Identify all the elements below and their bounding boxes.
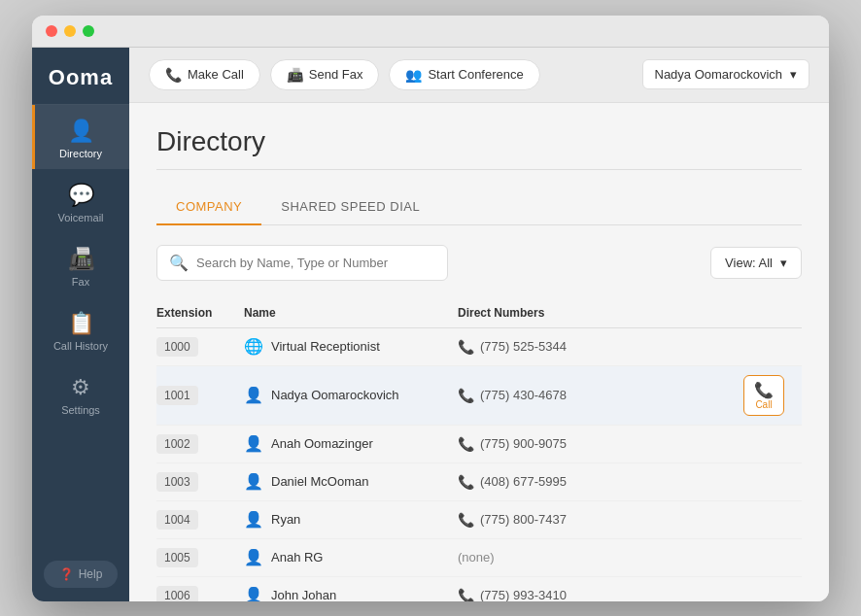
cell-action	[743, 327, 802, 365]
cell-extension: 1002	[156, 425, 244, 462]
sidebar-label-voicemail: Voicemail	[57, 212, 103, 223]
sidebar-label-settings: Settings	[61, 404, 100, 416]
app-window: Ooma 👤 Directory 💬 Voicemail 📠 Fax 📋 Cal…	[32, 16, 829, 601]
logo-text: Ooma	[49, 65, 113, 90]
sidebar-item-fax[interactable]: 📠 Fax	[32, 233, 129, 297]
search-box[interactable]: 🔍	[156, 245, 448, 281]
person-icon: 👤	[244, 472, 263, 491]
search-filter-row: 🔍 View: All ▾	[156, 245, 802, 281]
table-row: 1003👤Daniel McOoman📞(408) 677-5995	[156, 462, 802, 500]
send-fax-button[interactable]: 📠 Send Fax	[270, 59, 380, 90]
cell-name: 👤Daniel McOoman	[244, 462, 458, 500]
ext-badge: 1000	[156, 337, 198, 357]
call-button[interactable]: 📞Call	[743, 375, 784, 416]
toolbar-left: 📞 Make Call 📠 Send Fax 👥 Start Conferenc…	[149, 59, 540, 90]
make-call-icon: 📞	[165, 67, 182, 83]
user-name: Nadya Oomarockovich	[655, 67, 783, 82]
sidebar-label-fax: Fax	[72, 276, 89, 288]
cell-extension: 1006	[156, 576, 244, 601]
view-label: View: All	[725, 256, 773, 270]
minimize-dot[interactable]	[64, 25, 76, 37]
table-row: 1000🌐Virtual Receptionist📞(775) 525-5344	[156, 327, 802, 365]
phone-number: (775) 525-5344	[480, 339, 567, 354]
cell-extension: 1004	[156, 500, 244, 538]
cell-phone: 📞(775) 900-9075	[458, 425, 743, 462]
send-fax-label: Send Fax	[309, 67, 363, 82]
cell-extension: 1000	[156, 327, 244, 365]
cell-phone: 📞(775) 525-5344	[458, 327, 743, 365]
col-header-direct-numbers: Direct Numbers	[458, 298, 743, 328]
start-conference-button[interactable]: 👥 Start Conference	[389, 59, 539, 90]
toolbar: 📞 Make Call 📠 Send Fax 👥 Start Conferenc…	[129, 48, 829, 103]
maximize-dot[interactable]	[83, 25, 94, 37]
table-header: Extension Name Direct Numbers	[156, 298, 802, 328]
divider	[156, 169, 802, 170]
user-dropdown[interactable]: Nadya Oomarockovich ▾	[642, 59, 810, 89]
phone-number: (775) 430-4678	[480, 388, 567, 402]
call-btn-label: Call	[755, 399, 772, 410]
fax-icon: 📠	[68, 247, 94, 272]
person-name: Anah RG	[271, 550, 323, 565]
phone-icon: 📞	[458, 339, 474, 355]
ext-badge: 1005	[156, 548, 198, 567]
ext-badge: 1002	[156, 434, 198, 454]
person-name: Ryan	[271, 512, 300, 527]
ext-badge: 1006	[156, 586, 198, 601]
cell-extension: 1001	[156, 365, 244, 425]
phone-icon: 📞	[458, 436, 474, 452]
make-call-label: Make Call	[188, 67, 244, 82]
help-label: Help	[79, 567, 103, 581]
sidebar-label-directory: Directory	[59, 148, 102, 159]
voicemail-icon: 💬	[68, 183, 94, 208]
cell-action	[743, 425, 802, 462]
cell-name: 👤John Johan	[244, 576, 458, 601]
cell-action	[743, 538, 802, 576]
person-icon: 👤	[244, 510, 263, 529]
cell-phone: 📞(775) 430-4678	[458, 365, 743, 425]
person-name: Nadya Oomarockovich	[271, 388, 399, 402]
dropdown-chevron-icon: ▾	[790, 67, 797, 82]
app-container: Ooma 👤 Directory 💬 Voicemail 📠 Fax 📋 Cal…	[32, 48, 829, 601]
phone-number: (775) 800-7437	[480, 512, 567, 527]
table-row: 1004👤Ryan📞(775) 800-7437	[156, 500, 802, 538]
directory-table: Extension Name Direct Numbers 1000🌐Virtu…	[156, 298, 802, 601]
tab-company[interactable]: COMPANY	[156, 189, 261, 225]
sidebar-item-directory[interactable]: 👤 Directory	[32, 105, 129, 169]
sidebar: Ooma 👤 Directory 💬 Voicemail 📠 Fax 📋 Cal…	[32, 48, 129, 601]
sidebar-item-voicemail[interactable]: 💬 Voicemail	[32, 169, 129, 233]
call-btn-icon: 📞	[754, 381, 774, 399]
person-icon: 🌐	[244, 337, 263, 356]
col-header-name: Name	[244, 298, 458, 328]
col-header-action	[743, 298, 802, 328]
help-button[interactable]: ❓ Help	[44, 561, 118, 588]
send-fax-icon: 📠	[287, 67, 303, 83]
table-row: 1002👤Anah Oomazinger📞(775) 900-9075	[156, 425, 802, 462]
phone-number: (775) 900-9075	[480, 436, 567, 451]
cell-extension: 1005	[156, 538, 244, 576]
person-icon: 👤	[244, 586, 263, 601]
title-bar	[32, 16, 829, 48]
cell-phone: 📞(775) 800-7437	[458, 500, 743, 538]
table-row: 1006👤John Johan📞(775) 993-3410	[156, 576, 802, 601]
call-history-icon: 📋	[68, 311, 94, 336]
sidebar-label-call-history: Call History	[53, 340, 108, 352]
person-name: Daniel McOoman	[271, 474, 368, 489]
person-name: Virtual Receptionist	[271, 339, 380, 354]
cell-phone: 📞(775) 993-3410	[458, 576, 743, 601]
close-dot[interactable]	[46, 25, 57, 37]
phone-icon: 📞	[458, 474, 474, 490]
tab-shared-speed-dial[interactable]: SHARED SPEED DIAL	[261, 189, 439, 225]
sidebar-item-call-history[interactable]: 📋 Call History	[32, 297, 129, 361]
phone-number: (775) 993-3410	[480, 588, 567, 601]
col-header-extension: Extension	[156, 298, 244, 328]
view-chevron-icon: ▾	[780, 256, 787, 270]
search-input[interactable]	[196, 256, 435, 270]
person-name: John Johan	[271, 588, 336, 601]
cell-action	[743, 462, 802, 500]
logo: Ooma	[32, 48, 129, 105]
ext-badge: 1004	[156, 510, 198, 530]
sidebar-item-settings[interactable]: ⚙ Settings	[32, 361, 129, 426]
make-call-button[interactable]: 📞 Make Call	[149, 59, 260, 90]
view-dropdown[interactable]: View: All ▾	[710, 247, 802, 279]
ext-badge: 1003	[156, 472, 198, 492]
